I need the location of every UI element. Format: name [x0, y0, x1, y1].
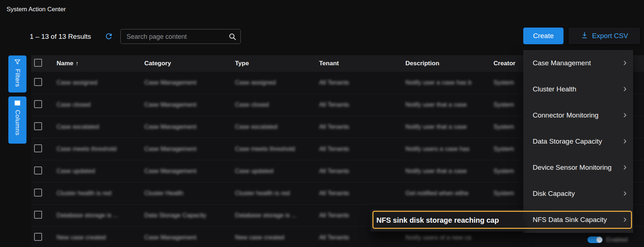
toggle-knob	[596, 237, 602, 243]
column-header-tenant[interactable]: Tenant	[316, 55, 402, 72]
chevron-right-icon: ›	[623, 214, 627, 224]
row-checkbox[interactable]	[34, 189, 42, 197]
enabled-toggle-wrap: Enabled	[587, 236, 628, 243]
row-checkbox[interactable]	[34, 100, 42, 108]
menu-item-device-sensor-monitoring[interactable]: Device Sensor Monitoring ›	[523, 155, 633, 181]
row-checkbox[interactable]	[34, 211, 42, 219]
row-checkbox[interactable]	[34, 144, 42, 152]
search-input[interactable]	[126, 29, 225, 44]
page-title: System Action Center	[7, 6, 66, 13]
column-header-category[interactable]: Category	[141, 55, 232, 72]
chevron-right-icon: ›	[623, 110, 627, 120]
toggle-label: Enabled	[606, 236, 628, 243]
row-checkbox[interactable]	[34, 122, 42, 130]
menu-item-case-management[interactable]: Case Management ›	[523, 50, 633, 76]
menu-item-nfs-data-sink-capacity[interactable]: NFS Data Sink Capacity ›	[523, 207, 633, 233]
menu-item-disk-capacity[interactable]: Disk Capacity ›	[523, 181, 633, 207]
export-csv-button[interactable]: Export CSV	[569, 28, 640, 44]
columns-icon	[14, 100, 21, 107]
chevron-right-icon: ›	[623, 188, 627, 198]
download-icon	[581, 31, 589, 41]
results-count: 1 – 13 of 13 Results	[30, 33, 91, 41]
filter-icon	[14, 59, 21, 66]
filters-button[interactable]: Filters	[8, 55, 26, 92]
chevron-right-icon: ›	[623, 136, 627, 146]
export-csv-label: Export CSV	[592, 32, 628, 40]
filters-label: Filters	[14, 69, 21, 87]
select-all-checkbox[interactable]	[34, 59, 42, 67]
create-button[interactable]: Create	[523, 28, 564, 44]
columns-label: Columns	[14, 110, 21, 136]
column-header-name[interactable]: Name↑	[54, 55, 141, 72]
enabled-toggle[interactable]	[587, 236, 603, 243]
column-header-type[interactable]: Type	[232, 55, 316, 72]
system-action-center-screen: System Action Center 1 – 13 of 13 Result…	[0, 0, 644, 247]
row-checkbox[interactable]	[34, 166, 42, 174]
row-checkbox[interactable]	[34, 233, 42, 241]
search-icon[interactable]	[228, 32, 237, 41]
refresh-icon	[104, 36, 113, 42]
row-checkbox[interactable]	[34, 78, 42, 86]
column-header-description[interactable]: Description	[402, 55, 491, 72]
refresh-button[interactable]	[104, 32, 113, 41]
chevron-right-icon: ›	[623, 57, 627, 67]
menu-item-connector-monitoring[interactable]: Connector Monitoring ›	[523, 102, 633, 128]
sort-asc-icon: ↑	[75, 60, 78, 66]
menu-item-cluster-health[interactable]: Cluster Health ›	[523, 76, 633, 102]
search-box	[120, 29, 241, 44]
submenu-item-nfs-sink-disk-storage[interactable]: NFS sink disk storage reaching cap	[371, 209, 523, 231]
create-dropdown-menu: Case Management › Cluster Health › Conne…	[523, 50, 633, 233]
chevron-right-icon: ›	[623, 83, 627, 94]
chevron-right-icon: ›	[623, 162, 627, 172]
menu-item-data-storage-capacity[interactable]: Data Storage Capacity ›	[523, 128, 633, 155]
columns-button[interactable]: Columns	[8, 96, 26, 144]
